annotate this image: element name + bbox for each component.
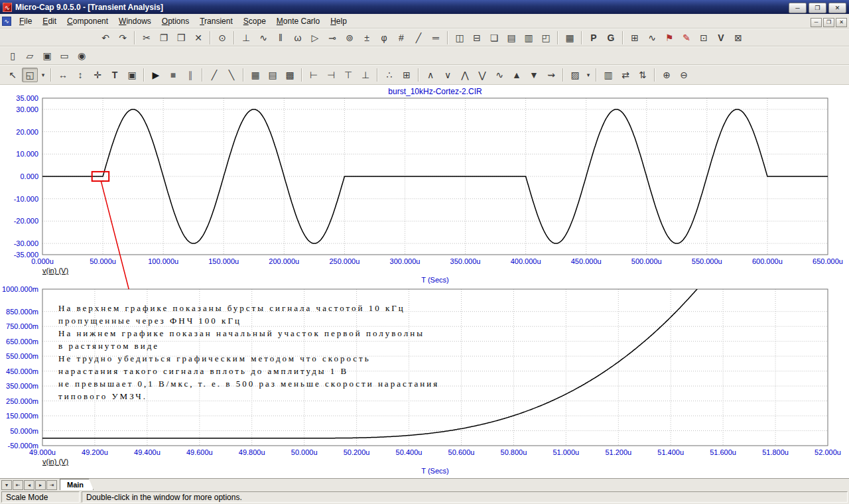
select-mode-button[interactable]: ↖ <box>5 68 21 82</box>
menu-windows[interactable]: Windows <box>113 15 157 28</box>
grid-dots-button[interactable]: ▩ <box>282 68 298 82</box>
mode-dropdown-button[interactable]: ▾ <box>39 68 47 82</box>
grid-horizontal-button[interactable]: ▤ <box>265 68 281 82</box>
prev-tab-button[interactable]: ◂ <box>24 480 34 490</box>
cursor-bottom-button[interactable]: ⊥ <box>358 68 373 82</box>
last-tab-button[interactable]: ⇥ <box>46 480 57 490</box>
stepping-button[interactable]: ⊞ <box>627 31 643 45</box>
color-dropdown-button[interactable]: ▾ <box>584 68 592 82</box>
grid-solid-button[interactable]: ▦ <box>247 68 263 82</box>
arrange-windows-button[interactable]: ◰ <box>538 31 554 45</box>
bus-mode-button[interactable]: ═ <box>428 31 444 45</box>
menu-edit[interactable]: Edit <box>37 15 62 28</box>
calculator-button[interactable]: ▦ <box>562 31 578 45</box>
tab-list-button[interactable]: ▾ <box>1 480 12 490</box>
plot-panel[interactable]: burst_10kHz-Cortez-2.CIR35.00030.00020.0… <box>0 85 849 478</box>
source-component-button[interactable]: ⊚ <box>342 31 358 45</box>
next-low-button[interactable]: ⋁ <box>474 68 490 82</box>
wire-mode-button[interactable]: ╱ <box>411 31 426 45</box>
split-vertical-button[interactable]: ⊟ <box>469 31 485 45</box>
paste-button[interactable]: ❒ <box>173 31 189 45</box>
phase-component-button[interactable]: φ <box>376 31 392 45</box>
resistor-component-button[interactable]: ∿ <box>255 31 271 45</box>
vertical-tag-mode-button[interactable]: ↕ <box>72 68 88 82</box>
vi-plot-button[interactable]: V <box>713 31 729 45</box>
split-horizontal-button[interactable]: ◫ <box>452 31 468 45</box>
text-mode-button[interactable]: T <box>107 68 123 82</box>
properties-button[interactable]: ▣ <box>124 68 140 82</box>
animate-window-button[interactable]: ⊠ <box>730 31 746 45</box>
delete-button[interactable]: ✕ <box>190 31 206 45</box>
find-button[interactable]: ⊙ <box>214 31 230 45</box>
transistor-component-button[interactable]: ⊸ <box>324 31 340 45</box>
next-peak-button[interactable]: ∧ <box>423 68 438 82</box>
horizontal-tag-mode-button[interactable]: ↔ <box>55 68 71 82</box>
auto-scale-horizontal-button[interactable]: ⇄ <box>618 68 633 82</box>
zoom-out-button[interactable]: ⊖ <box>676 68 692 82</box>
menu-file[interactable]: File <box>14 15 37 28</box>
menu-options[interactable]: Options <box>157 15 194 28</box>
menu-help[interactable]: Help <box>325 15 352 28</box>
auto-scale-vertical-button[interactable]: ⇅ <box>635 68 651 82</box>
tab-main[interactable]: Main <box>60 479 94 490</box>
scope-window-button[interactable]: ⊡ <box>696 31 712 45</box>
cursor-right-button[interactable]: ⊣ <box>323 68 339 82</box>
diagonal-line-mode-button[interactable]: ╲ <box>224 68 239 82</box>
global-low-button[interactable]: ▼ <box>526 68 542 82</box>
global-high-button[interactable]: ▲ <box>509 68 525 82</box>
print-button[interactable]: ▭ <box>56 48 72 63</box>
open-file-button[interactable]: ▱ <box>22 48 38 63</box>
tile-horizontal-button[interactable]: ▤ <box>503 31 519 45</box>
next-tab-button[interactable]: ▸ <box>35 480 46 490</box>
cut-button[interactable]: ✂ <box>139 31 155 45</box>
run-button[interactable]: ▶ <box>148 68 164 82</box>
tile-vertical-button[interactable]: ▥ <box>521 31 537 45</box>
menu-scope[interactable]: Scope <box>238 15 271 28</box>
first-tab-button[interactable]: ⇤ <box>13 480 23 490</box>
trace-color-button[interactable]: ▨ <box>567 68 583 82</box>
close-button[interactable]: ✕ <box>828 3 846 13</box>
menu-monte-carlo[interactable]: Monte Carlo <box>271 15 325 28</box>
menu-transient[interactable]: Transient <box>194 15 238 28</box>
diode-component-button[interactable]: ▷ <box>307 31 323 45</box>
inductor-component-button[interactable]: ω <box>290 31 306 45</box>
node-numbers-button[interactable]: # <box>393 31 409 45</box>
mdi-close-button[interactable]: ✕ <box>836 18 847 27</box>
go-to-flag-button[interactable]: G <box>603 31 619 45</box>
waveform-source-button[interactable]: ∿ <box>644 31 660 45</box>
next-valley-button[interactable]: ∨ <box>440 68 456 82</box>
menu-component[interactable]: Component <box>62 15 113 28</box>
undo-button[interactable]: ↶ <box>98 31 113 45</box>
tag-mode-button[interactable]: ✛ <box>90 68 105 82</box>
next-inflection-button[interactable]: ∿ <box>491 68 507 82</box>
redo-button[interactable]: ↷ <box>115 31 131 45</box>
cascade-windows-button[interactable]: ❏ <box>486 31 502 45</box>
battery-component-button[interactable]: ± <box>359 31 375 45</box>
copy-button[interactable]: ❐ <box>156 31 172 45</box>
scale-mode-button[interactable]: ◱ <box>22 68 38 82</box>
cursor-top-button[interactable]: ⊤ <box>340 68 356 82</box>
select-mode-icon: ↖ <box>9 70 17 80</box>
line-mode-button[interactable]: ╱ <box>206 68 222 82</box>
ground-component-button[interactable]: ⊥ <box>238 31 254 45</box>
probe-pencil-button[interactable]: ✎ <box>679 31 694 45</box>
new-file-button[interactable]: ▯ <box>5 48 21 63</box>
pspice-netlist-button[interactable]: P <box>586 31 602 45</box>
data-points-button[interactable]: ∴ <box>381 68 397 82</box>
token-display-button[interactable]: ⊞ <box>399 68 415 82</box>
numeric-output-button[interactable]: ▥ <box>600 68 616 82</box>
cursor-left-button[interactable]: ⊢ <box>306 68 322 82</box>
print-preview-button[interactable]: ◉ <box>74 48 90 63</box>
next-high-button[interactable]: ⋀ <box>457 68 473 82</box>
stop-button[interactable]: ■ <box>165 68 181 82</box>
restore-button[interactable]: ❐ <box>809 3 826 13</box>
pause-button[interactable]: ∥ <box>182 68 198 82</box>
minimize-button[interactable]: ─ <box>789 3 807 13</box>
mdi-minimize-button[interactable]: ─ <box>811 18 822 27</box>
mdi-restore-button[interactable]: ❐ <box>823 18 834 27</box>
flag-mode-button[interactable]: ⚑ <box>661 31 677 45</box>
capacitor-component-button[interactable]: ‖ <box>273 31 289 45</box>
save-file-button[interactable]: ▣ <box>39 48 55 63</box>
zoom-in-button[interactable]: ⊕ <box>659 68 675 82</box>
go-to-branch-button[interactable]: ⇝ <box>543 68 559 82</box>
